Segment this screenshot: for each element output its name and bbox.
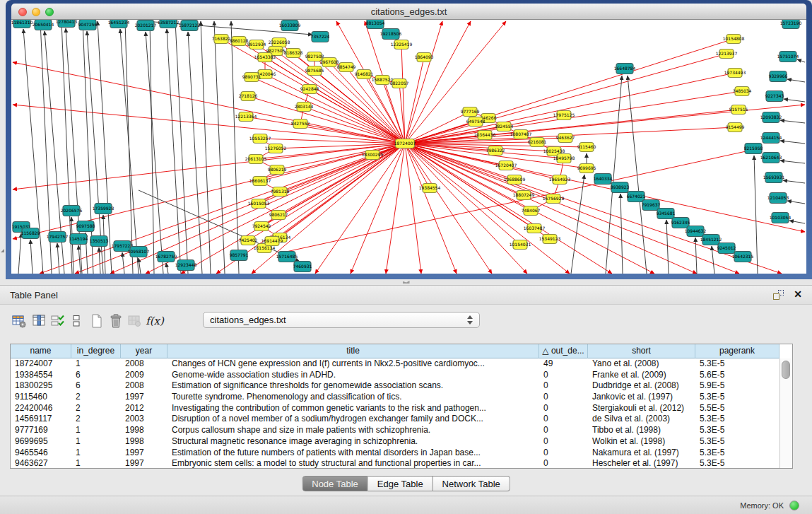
graph-node[interactable]: 16015053	[248, 199, 270, 209]
graph-node[interactable]: 19734493	[724, 69, 746, 78]
graph-node[interactable]: 1864093	[415, 53, 434, 62]
graph-node[interactable]: 17359928	[93, 204, 114, 214]
graph-node[interactable]: 20650414	[33, 20, 54, 30]
graph-node[interactable]: 7357224	[311, 32, 330, 42]
graph-node[interactable]: 16033809	[279, 21, 301, 31]
import-table-button[interactable]	[126, 311, 144, 331]
graph-node[interactable]: 16451234	[108, 20, 130, 28]
network-canvas[interactable]: 1872400771638228860128891293423226058982…	[11, 20, 806, 274]
column-header-title[interactable]: title	[167, 344, 539, 358]
table-row[interactable]: 977716911998Corpus callosum shape and si…	[11, 425, 779, 436]
graph-node[interactable]: 1156829	[21, 228, 40, 239]
window-titlebar[interactable]: citations_edges.txt	[11, 4, 806, 20]
graph-node[interactable]: 15756928	[543, 194, 565, 204]
table-row[interactable]: 969969511998Structural magnetic resonanc…	[11, 436, 779, 448]
graph-node[interactable]: 9329966	[769, 71, 788, 82]
tab-node-table[interactable]: Node Table	[302, 476, 368, 491]
graph-node[interactable]: 15693931	[763, 173, 785, 183]
graph-node[interactable]: 8854749	[337, 63, 356, 72]
graph-node[interactable]: 12923448	[175, 260, 197, 271]
graph-node[interactable]: 12444154	[760, 133, 782, 144]
graph-node[interactable]: 8860128	[230, 37, 249, 46]
table-select-dropdown[interactable]: citations_edges.txt	[203, 312, 480, 328]
graph-node[interactable]: 9890731	[242, 73, 261, 82]
graph-node[interactable]: 17942757	[47, 232, 69, 243]
tab-network-table[interactable]: Network Table	[433, 476, 510, 491]
graph-node[interactable]: 12093832	[760, 112, 782, 123]
delete-column-button[interactable]	[107, 311, 125, 331]
graph-node[interactable]: 10642315	[732, 252, 754, 262]
graph-node[interactable]: 15751074	[777, 52, 799, 62]
graph-node[interactable]: 8938923	[611, 182, 630, 193]
graph-node[interactable]: 15349123	[539, 235, 561, 244]
float-panel-button[interactable]	[772, 290, 784, 301]
graph-node[interactable]: 9345681	[657, 209, 676, 219]
graph-node[interactable]: 17975125	[553, 111, 575, 120]
graph-node[interactable]: 19654923	[549, 175, 571, 185]
graph-node[interactable]: 9242848	[300, 85, 319, 94]
column-visibility-button[interactable]	[30, 311, 48, 331]
column-header-pagerank[interactable]: pagerank	[695, 344, 779, 358]
graph-node[interactable]: 8215958	[744, 144, 763, 154]
graph-node[interactable]: 12104053	[767, 193, 789, 204]
graph-node[interactable]: 16210643	[760, 153, 782, 163]
graph-node[interactable]: 10103054	[770, 213, 792, 223]
graph-node[interactable]: 9806217	[269, 211, 288, 220]
graph-node[interactable]: 7981318	[271, 187, 290, 197]
graph-node[interactable]: 16037487	[524, 224, 546, 233]
graph-node[interactable]: 15716485	[276, 252, 298, 262]
graph-node[interactable]: 9097588	[76, 221, 95, 232]
row-selection-button[interactable]	[49, 311, 67, 331]
graph-node[interactable]: 23226058	[269, 38, 290, 47]
graph-node[interactable]: 10154808	[723, 35, 745, 44]
graph-node[interactable]: 18495798	[553, 154, 575, 163]
graph-node[interactable]: 8912934	[247, 40, 266, 49]
graph-node[interactable]: 9047256	[78, 20, 98, 30]
table-row[interactable]: 1872400712008Changes of HCN gene express…	[11, 358, 779, 370]
table-row[interactable]: 946362711997Embryonic stem cells: a mode…	[11, 458, 779, 468]
table-row[interactable]: 911546021997Tourette syndrome. Phenomeno…	[11, 392, 779, 403]
graph-node[interactable]: 10553257	[249, 134, 271, 144]
graph-node[interactable]: 9146821	[355, 70, 374, 79]
graph-node[interactable]: 16543382	[254, 53, 276, 62]
graph-node[interactable]: 9154499	[726, 123, 745, 132]
graph-node[interactable]: 10154031	[510, 240, 531, 250]
graph-node[interactable]: 1145194	[69, 234, 88, 245]
new-column-button[interactable]	[88, 311, 106, 331]
graph-node[interactable]: 15872122	[179, 21, 201, 31]
graph-node[interactable]: 19218506	[380, 29, 402, 40]
graph-node[interactable]: 9245012	[717, 243, 736, 254]
graph-node[interactable]: 12325419	[391, 40, 413, 49]
graph-node[interactable]: 20364436	[474, 131, 496, 140]
column-header-year[interactable]: year	[121, 344, 167, 358]
graph-node[interactable]: 9115460	[577, 143, 596, 152]
graph-node[interactable]: 7163822	[212, 35, 231, 44]
graph-node[interactable]: 2803144	[295, 103, 314, 112]
vertical-scrollbar[interactable]	[779, 358, 792, 468]
tab-edge-table[interactable]: Edge Table	[368, 476, 433, 491]
graph-node[interactable]: 6497548	[466, 117, 486, 127]
graph-node[interactable]: 9857791	[230, 250, 249, 261]
graph-node[interactable]: 15723190	[780, 20, 802, 29]
table-row[interactable]: 1456911722003Disruption of a novel membe…	[11, 414, 779, 425]
graph-node[interactable]: 20206576	[61, 206, 83, 216]
split-divider[interactable]	[0, 279, 812, 285]
graph-node[interactable]: 16648784	[614, 64, 636, 74]
graph-node[interactable]: 7924542	[252, 222, 271, 231]
column-header-name[interactable]: name	[11, 344, 71, 358]
divider-grip-icon[interactable]	[403, 281, 410, 284]
graph-node[interactable]: 12213937	[716, 49, 738, 59]
column-header-short[interactable]: short	[588, 344, 695, 358]
graph-node[interactable]: 6216081	[528, 138, 547, 147]
graph-node[interactable]: 9875685	[305, 66, 324, 76]
graph-node[interactable]: 8813054	[366, 20, 385, 29]
graph-node[interactable]: 3824554	[495, 122, 514, 132]
graph-node[interactable]: 11861310	[11, 20, 33, 28]
graph-node[interactable]: 18606137	[249, 177, 271, 186]
scrollbar-thumb[interactable]	[782, 361, 790, 379]
graph-node[interactable]: 7986322	[486, 146, 505, 156]
graph-node[interactable]: 6822057	[390, 79, 409, 88]
graph-node[interactable]: 9777169	[461, 107, 480, 117]
network-graph[interactable]: 1872400771638228860128891293423226058982…	[11, 20, 806, 274]
graph-node[interactable]: 18724007	[394, 139, 416, 148]
